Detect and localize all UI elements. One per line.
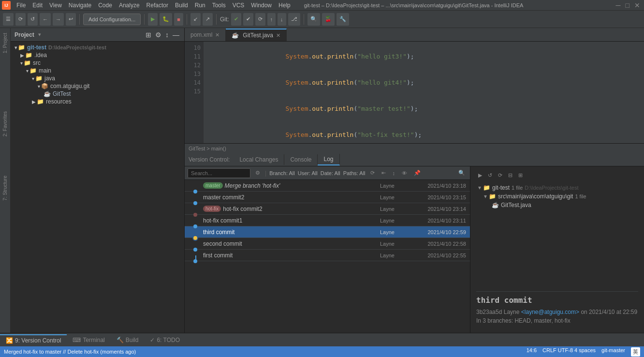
left-nav-structure[interactable]: 7: Structure [0, 171, 10, 206]
status-line-col[interactable]: 14:6 [527, 347, 537, 357]
commit-row-5[interactable]: second commit Layne 2021/4/10 22:58 [185, 238, 470, 250]
menu-edit[interactable]: Edit [29, 1, 45, 10]
commit-msg-1: master commit2 [203, 194, 380, 201]
eye-btn[interactable]: 👁 [400, 169, 409, 177]
panel-layout-icon[interactable]: ⊞ [145, 30, 152, 40]
pin-btn[interactable]: 📌 [412, 169, 423, 177]
toolbar-nav-fwd[interactable]: → [53, 13, 64, 26]
add-configuration-btn[interactable]: Add Configuration... [83, 14, 141, 25]
detail-src-path[interactable]: ▾ 📁 src\main\java\com\atguigu\git 1 file [476, 192, 638, 201]
commit-row-2[interactable]: hot-fix hot-fix commit2 Layne 2021/4/10 … [185, 203, 470, 215]
code-content[interactable]: System.out.println("hello git3!"); Syste… [204, 42, 644, 143]
filter-user[interactable]: User: All [298, 170, 318, 176]
git-push-btn[interactable]: ↑ [267, 13, 276, 26]
status-branch[interactable]: git-master [601, 347, 625, 357]
detail-layout-btn[interactable]: ⊞ [516, 171, 525, 179]
filter-date[interactable]: Date: All [321, 170, 340, 176]
git-cherry-btn[interactable]: 🍒 [322, 13, 335, 26]
detail-file[interactable]: ☕ GitTest.java [476, 201, 638, 209]
pom-xml-close[interactable]: ✕ [215, 32, 220, 38]
tree-resources[interactable]: ▶ 📁 resources [11, 98, 184, 105]
refresh-log-btn[interactable]: ⟳ [368, 169, 377, 177]
run-btn[interactable]: ▶ [148, 13, 158, 26]
menu-build[interactable]: Build [172, 1, 191, 10]
commit-row-4[interactable]: third commit Layne 2021/4/10 22:59 [185, 226, 470, 238]
git-fetch-btn[interactable]: ↓ [278, 13, 286, 26]
toolbar-back-btn[interactable]: ☰ [3, 13, 14, 26]
restore-btn[interactable]: □ [624, 1, 631, 9]
debug-btn[interactable]: 🐛 [160, 13, 172, 26]
menu-vcs[interactable]: VCS [230, 1, 248, 10]
menu-refactor[interactable]: Refactor [144, 1, 171, 10]
code-area[interactable]: 10 11 12 13 14 15 System.out.println("he… [185, 42, 644, 143]
detail-undo-btn[interactable]: ↺ [486, 171, 494, 179]
filter-settings-btn[interactable]: ⚙ [253, 169, 262, 177]
status-encoding[interactable]: CRLF UTF-8 4 spaces [542, 347, 596, 357]
tab-gittest-java[interactable]: ☕ GitTest.java ✕ [226, 29, 287, 41]
stop-btn[interactable]: ■ [174, 13, 183, 26]
menu-run[interactable]: Run [192, 1, 208, 10]
bottom-tab-vc[interactable]: 🔀 9: Version Control [0, 334, 67, 346]
status-ime-icon[interactable]: 英 [631, 347, 640, 357]
commit-row-3[interactable]: hot-fix commit1 Layne 2021/4/10 23:11 [185, 215, 470, 226]
log-search-input[interactable] [188, 168, 250, 178]
menu-code[interactable]: Code [95, 1, 115, 10]
app-window: IJ File Edit View Navigate Code Analyze … [0, 0, 644, 357]
bottom-tab-build[interactable]: 🔨 Build [111, 335, 145, 345]
git-branch-btn[interactable]: ⎇ [288, 13, 300, 26]
tree-root[interactable]: ▾ 📁 git-test D:\IdeaProjects\git-test [11, 44, 184, 51]
detail-diff-btn[interactable]: ⊟ [506, 171, 514, 179]
minimize-btn[interactable]: ─ [614, 1, 623, 9]
app-icon: IJ [2, 1, 11, 10]
toolbar-undo[interactable]: ↩ [66, 13, 76, 26]
detail-refresh-btn[interactable]: ⟳ [496, 171, 504, 179]
log-search-btn[interactable]: 🔍 [456, 169, 467, 177]
settings-btn[interactable]: 🔧 [337, 13, 349, 26]
filter-paths[interactable]: Paths: All [343, 170, 366, 176]
left-nav-project[interactable]: 1: Project [0, 28, 10, 58]
bottom-tab-todo[interactable]: ✓ 6: TODO [144, 335, 186, 345]
close-btn[interactable]: ✕ [632, 1, 642, 9]
git-commit-btn[interactable]: ↙ [190, 13, 201, 26]
menu-window[interactable]: Window [248, 1, 275, 10]
tree-gittest[interactable]: ☕ GitTest [11, 90, 184, 98]
menu-help[interactable]: Help [276, 1, 293, 10]
git-check-btn[interactable]: ✔ [231, 13, 241, 26]
gittest-java-close[interactable]: ✕ [276, 32, 280, 39]
panel-title-arrow[interactable]: ▾ [38, 31, 41, 38]
toolbar-refresh-btn[interactable]: ↺ [28, 13, 38, 26]
vc-tab-local-changes[interactable]: Local Changes [234, 154, 284, 165]
vc-tab-log[interactable]: Log [318, 154, 339, 165]
commit-row-6[interactable]: first commit Layne 2021/4/10 22:55 [185, 250, 470, 261]
toolbar-forward-btn[interactable]: ⟳ [15, 13, 26, 26]
tree-package[interactable]: ▾ 📦 com.atguigu.git [11, 82, 184, 90]
git-history-btn[interactable]: ⟳ [255, 13, 265, 26]
menu-view[interactable]: View [46, 1, 65, 10]
menu-navigate[interactable]: Navigate [66, 1, 94, 10]
vc-tab-console[interactable]: Console [284, 154, 318, 165]
tab-pom-xml[interactable]: pom.xml ✕ [185, 29, 226, 41]
commit-row-1[interactable]: master commit2 Layne 2021/4/10 23:15 [185, 192, 470, 203]
panel-close-icon[interactable]: — [172, 30, 180, 40]
bottom-tab-terminal[interactable]: ⌨ Terminal [67, 335, 110, 345]
git-update-btn[interactable]: ↗ [203, 13, 213, 26]
menu-analyze[interactable]: Analyze [116, 1, 143, 10]
panel-gear-icon[interactable]: ⚙ [154, 30, 162, 40]
panel-sort-icon[interactable]: ↕ [164, 30, 170, 40]
menu-tools[interactable]: Tools [209, 1, 229, 10]
search-everywhere-btn[interactable]: 🔍 [307, 13, 320, 26]
menu-file[interactable]: File [14, 1, 29, 10]
filter-branch[interactable]: Branch: All [269, 170, 295, 176]
git-merge-btn[interactable]: ✔ [243, 13, 253, 26]
tree-java[interactable]: ▾ 📁 java [11, 74, 184, 82]
left-nav-favorites[interactable]: 2: Favorites [0, 106, 10, 141]
toolbar-nav-back[interactable]: ← [40, 13, 51, 26]
detail-repo-root[interactable]: ▾ 📁 git-test 1 file D:\IdeaProjects\git-… [476, 183, 638, 192]
detail-expand-btn[interactable]: ▶ [476, 171, 484, 179]
collapse-btn[interactable]: ⇤ [380, 169, 388, 177]
sort-btn[interactable]: ↕ [391, 169, 397, 177]
tree-main[interactable]: ▾ 📁 main [11, 67, 184, 74]
tree-idea[interactable]: ▶ 📁 .idea [11, 51, 184, 59]
commit-row-0[interactable]: master Merge branch 'hot-fix' Layne 2021… [185, 180, 470, 192]
tree-src[interactable]: ▾ 📁 src [11, 59, 184, 67]
